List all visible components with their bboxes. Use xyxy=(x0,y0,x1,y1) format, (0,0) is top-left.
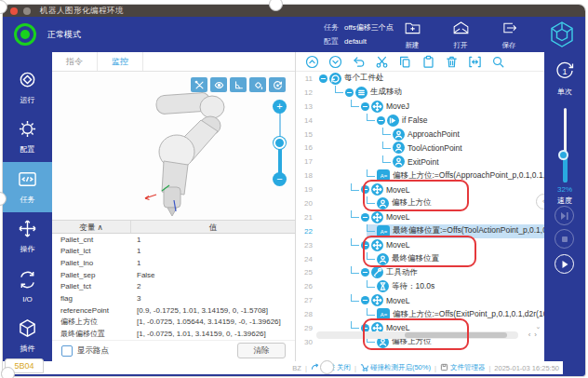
sidebar-item-config[interactable]: 配置 xyxy=(3,113,52,163)
zoom-out-button[interactable]: − xyxy=(273,172,287,186)
zoom-slider-handle[interactable] xyxy=(274,137,286,149)
collapse-toggle-icon[interactable] xyxy=(361,213,369,222)
header: 正常模式 任务offs偏移三个点 配置default 新建 打开 保存 xyxy=(3,17,585,52)
tree-row[interactable]: 12生成移动 xyxy=(296,86,544,100)
file-manager-link[interactable]: 文件管理器 xyxy=(440,363,486,373)
tree-row[interactable]: 15ApproachPoint xyxy=(296,128,544,142)
paste-icon[interactable] xyxy=(421,54,435,69)
tree-row[interactable]: 16ToolActionPoint xyxy=(296,141,544,155)
column-value[interactable]: 值 xyxy=(131,221,295,233)
tree-row[interactable]: 13MoveJ xyxy=(296,100,544,114)
sidebar-item-operate[interactable]: 操作 xyxy=(3,212,52,263)
collapse-toggle-icon[interactable] xyxy=(361,268,369,277)
cut-icon[interactable] xyxy=(374,54,389,69)
move-up-icon[interactable] xyxy=(304,54,319,69)
paint-icon[interactable] xyxy=(249,77,266,92)
line-number: 26 xyxy=(296,282,316,290)
collapse-toggle-icon[interactable] xyxy=(345,88,354,97)
tab-instructions[interactable]: 指令 xyxy=(52,52,98,71)
line-number: 29 xyxy=(296,324,316,332)
node-label: if False xyxy=(402,115,427,125)
program-tree: 11每个工件处12生成移动13MoveJ14if False15Approach… xyxy=(296,72,544,349)
tree-vertical-scroll-arrows[interactable]: ⌃⌄ xyxy=(534,316,542,331)
collapse-toggle-icon[interactable] xyxy=(361,185,369,194)
measure-icon[interactable] xyxy=(230,77,247,92)
table-row[interactable]: Pallet_cnt1 xyxy=(52,234,295,246)
table-row[interactable]: Pallet_tct2 xyxy=(52,281,295,293)
open-button[interactable]: 打开 xyxy=(447,20,474,50)
replace-icon[interactable] xyxy=(467,54,482,69)
collapse-toggle-icon[interactable] xyxy=(361,102,369,111)
line-number: 13 xyxy=(296,102,316,111)
waypoint-icon xyxy=(393,128,405,141)
collapse-toggle-icon[interactable] xyxy=(361,241,369,250)
collapse-toggle-icon[interactable] xyxy=(319,74,327,83)
new-button[interactable]: 新建 xyxy=(398,20,426,50)
table-row[interactable]: 最终偏移位置[1, -0.0725, 1.01, 3.14159, 0, -1.… xyxy=(52,328,295,340)
save-button[interactable]: 保存 xyxy=(495,20,523,50)
copy-icon[interactable] xyxy=(397,54,412,69)
tree-row[interactable]: 11每个工件处 xyxy=(296,72,544,86)
tree-row[interactable]: 27MoveL xyxy=(296,293,544,307)
tree-row[interactable]: 17ExitPoint xyxy=(296,155,544,169)
delete-icon[interactable] xyxy=(444,54,459,69)
tree-row[interactable]: 21MoveL xyxy=(296,210,544,224)
zoom-in-button[interactable]: + xyxy=(273,100,287,114)
undo-icon[interactable] xyxy=(351,54,366,69)
list-icon xyxy=(355,87,368,99)
tools-icon[interactable] xyxy=(191,77,207,92)
table-row[interactable]: Pallet_lct1 xyxy=(52,246,295,258)
close-window-button[interactable] xyxy=(10,7,18,15)
show-waypoints-checkbox[interactable] xyxy=(61,345,73,357)
sidebar-item-io[interactable]: I/O xyxy=(3,262,52,312)
table-row[interactable]: Pallet_sepFalse xyxy=(52,269,295,281)
tree-row[interactable]: 20偏移上方位 xyxy=(296,196,544,210)
sidebar-item-plugin[interactable]: 插件 xyxy=(3,312,52,362)
tree-connector xyxy=(367,114,375,121)
step-button[interactable] xyxy=(555,206,574,225)
tab-monitor[interactable]: 监控 xyxy=(98,52,143,71)
tree-horizontal-scrollbar[interactable] xyxy=(316,331,518,339)
tree-row[interactable]: 22A=最终偏移位置:=Offs(ToolActionPoint_p,0.1,0… xyxy=(296,224,544,238)
tree-horizontal-scroll-arrows[interactable]: ‹› xyxy=(528,331,541,339)
clear-button[interactable]: 清除 xyxy=(237,343,286,358)
sidebar-item-task[interactable]: 任务 xyxy=(3,162,52,212)
tree-connector xyxy=(351,210,359,218)
tree-row[interactable]: 24最终偏移位置 xyxy=(296,252,544,266)
tree-row[interactable]: 26等待：10.0s xyxy=(296,279,544,293)
speed-slider-handle[interactable] xyxy=(558,150,568,160)
robot-3d-viewport[interactable]: + − xyxy=(52,72,295,220)
scrollbar-thumb[interactable] xyxy=(405,332,507,338)
move-down-icon[interactable] xyxy=(327,54,342,69)
table-row[interactable]: 偏移上方位[1, -0.0725, 1.05644, 3.14159, -0, … xyxy=(52,316,295,328)
tree-row[interactable]: 14if False xyxy=(296,114,544,128)
variable-value: 1 xyxy=(131,236,295,244)
search-icon[interactable] xyxy=(490,54,505,69)
stop-button[interactable] xyxy=(555,229,574,249)
minimize-window-button[interactable] xyxy=(23,7,31,15)
viewport-toolbar xyxy=(191,77,286,92)
move-icon xyxy=(371,183,383,196)
titlebar: 机器人图形化编程环境 xyxy=(3,5,585,17)
table-row[interactable]: referencePoint[0.9, -0.1725, 1.01, 3.141… xyxy=(52,304,295,317)
task-label: 任务 xyxy=(324,23,339,32)
collapse-toggle-icon[interactable] xyxy=(361,296,369,304)
table-row[interactable]: flag3 xyxy=(52,292,295,304)
task-config-block: 任务offs偏移三个点 配置default xyxy=(324,20,394,48)
tree-row[interactable]: 23MoveL xyxy=(296,238,544,252)
column-variable[interactable]: 变量 ∧ xyxy=(52,221,131,233)
play-button[interactable] xyxy=(555,254,574,274)
table-row[interactable]: Pallet_lno1 xyxy=(52,257,295,269)
tree-row[interactable]: 28A=偏移上方位:=Offs(ExitPoint_p,0.1,0.1,d2r(… xyxy=(296,307,544,321)
tree-connector xyxy=(367,252,375,260)
assign-icon: A= xyxy=(377,308,390,320)
collision-detection-status[interactable]: 碰撞检测开启(50%) xyxy=(360,363,431,373)
collapse-toggle-icon[interactable] xyxy=(377,116,385,125)
reset-view-icon[interactable] xyxy=(269,77,286,92)
single-run-button[interactable]: 1 单次 xyxy=(544,61,585,97)
tree-row[interactable]: 19MoveL xyxy=(296,182,544,196)
eye-icon[interactable] xyxy=(210,77,227,92)
sidebar-item-run[interactable]: 运行 xyxy=(3,62,52,113)
tree-row[interactable]: 25工具动作 xyxy=(296,265,544,279)
tree-row[interactable]: 18A=偏移上方位:=Offs(ApproachPoint_p,0.1,0.1,… xyxy=(296,169,544,182)
